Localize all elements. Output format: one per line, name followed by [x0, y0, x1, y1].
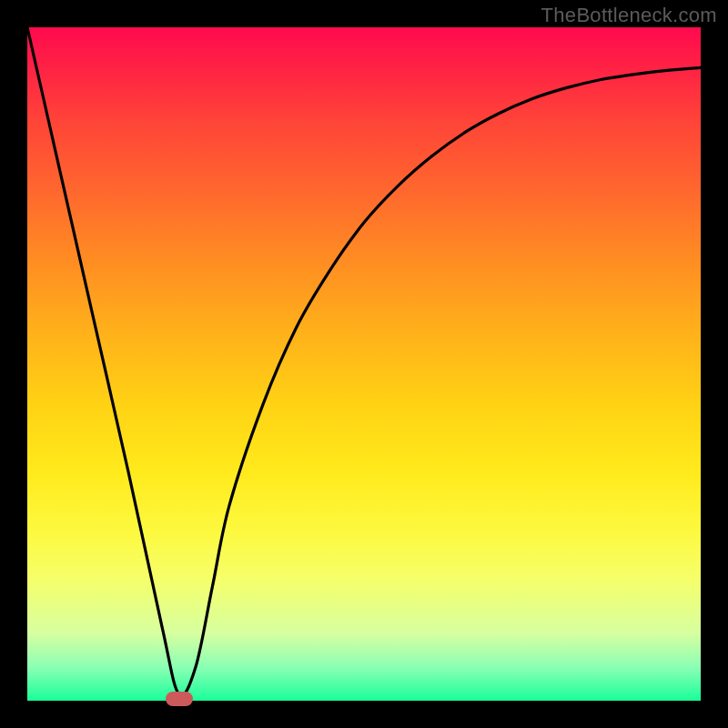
- attribution-text: TheBottleneck.com: [541, 4, 717, 27]
- chart-frame: TheBottleneck.com: [0, 0, 728, 728]
- bottleneck-curve: [27, 27, 701, 701]
- plot-area: [27, 27, 701, 701]
- minimum-marker: [166, 692, 193, 706]
